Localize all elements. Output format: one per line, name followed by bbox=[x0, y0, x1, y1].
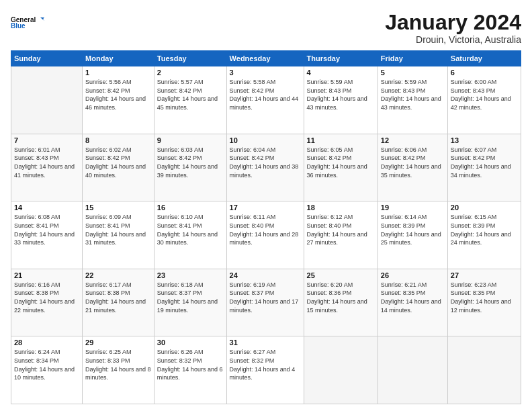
day-number: 17 bbox=[230, 203, 301, 212]
day-number: 6 bbox=[451, 68, 518, 77]
day-info: Sunrise: 6:16 AMSunset: 8:38 PMDaylight:… bbox=[14, 281, 79, 314]
day-number: 2 bbox=[157, 68, 224, 77]
day-number: 23 bbox=[157, 271, 224, 279]
day-cell: 27 Sunrise: 6:23 AMSunset: 8:35 PMDaylig… bbox=[447, 269, 521, 336]
day-info: Sunrise: 6:25 AMSunset: 8:33 PMDaylight:… bbox=[85, 348, 151, 381]
logo: General Blue bbox=[11, 11, 44, 35]
day-cell bbox=[447, 336, 521, 404]
svg-marker-2 bbox=[40, 17, 44, 21]
logo-svg: General Blue bbox=[11, 11, 44, 35]
day-info: Sunrise: 6:18 AMSunset: 8:37 PMDaylight:… bbox=[157, 281, 224, 314]
day-cell: 14 Sunrise: 6:08 AMSunset: 8:41 PMDaylig… bbox=[11, 201, 83, 269]
col-thursday: Thursday bbox=[304, 51, 378, 66]
day-number: 20 bbox=[451, 203, 518, 212]
day-info: Sunrise: 6:06 AMSunset: 8:42 PMDaylight:… bbox=[381, 146, 445, 179]
day-cell bbox=[11, 66, 83, 134]
day-info: Sunrise: 6:03 AMSunset: 8:42 PMDaylight:… bbox=[157, 146, 224, 179]
day-info: Sunrise: 6:08 AMSunset: 8:41 PMDaylight:… bbox=[14, 213, 79, 246]
day-cell: 15 Sunrise: 6:09 AMSunset: 8:41 PMDaylig… bbox=[83, 201, 154, 269]
week-row-1: 1 Sunrise: 5:56 AMSunset: 8:42 PMDayligh… bbox=[11, 66, 521, 134]
day-number: 31 bbox=[230, 338, 301, 347]
day-cell: 6 Sunrise: 6:00 AMSunset: 8:43 PMDayligh… bbox=[447, 66, 521, 134]
day-cell: 17 Sunrise: 6:11 AMSunset: 8:40 PMDaylig… bbox=[226, 201, 304, 269]
calendar-table: Sunday Monday Tuesday Wednesday Thursday… bbox=[11, 50, 521, 404]
day-cell: 22 Sunrise: 6:17 AMSunset: 8:38 PMDaylig… bbox=[83, 269, 154, 336]
day-cell: 24 Sunrise: 6:19 AMSunset: 8:37 PMDaylig… bbox=[226, 269, 304, 336]
day-cell: 7 Sunrise: 6:01 AMSunset: 8:43 PMDayligh… bbox=[11, 134, 83, 201]
day-number: 8 bbox=[85, 136, 151, 144]
day-cell: 12 Sunrise: 6:06 AMSunset: 8:42 PMDaylig… bbox=[378, 134, 447, 201]
day-number: 1 bbox=[85, 68, 151, 77]
day-info: Sunrise: 6:01 AMSunset: 8:43 PMDaylight:… bbox=[14, 146, 79, 179]
day-info: Sunrise: 6:07 AMSunset: 8:42 PMDaylight:… bbox=[451, 146, 518, 179]
day-cell: 2 Sunrise: 5:57 AMSunset: 8:42 PMDayligh… bbox=[154, 66, 226, 134]
day-info: Sunrise: 6:14 AMSunset: 8:39 PMDaylight:… bbox=[381, 213, 445, 246]
day-number: 28 bbox=[14, 338, 79, 347]
title-block: January 2024 Drouin, Victoria, Australia bbox=[385, 11, 521, 45]
week-row-3: 14 Sunrise: 6:08 AMSunset: 8:41 PMDaylig… bbox=[11, 201, 521, 269]
col-friday: Friday bbox=[378, 51, 447, 66]
day-number: 29 bbox=[85, 338, 151, 347]
day-number: 19 bbox=[381, 203, 445, 212]
day-info: Sunrise: 6:21 AMSunset: 8:35 PMDaylight:… bbox=[381, 281, 445, 314]
day-info: Sunrise: 5:59 AMSunset: 8:43 PMDaylight:… bbox=[307, 78, 375, 111]
day-number: 11 bbox=[307, 136, 375, 144]
day-info: Sunrise: 6:27 AMSunset: 8:32 PMDaylight:… bbox=[230, 348, 301, 381]
day-info: Sunrise: 6:17 AMSunset: 8:38 PMDaylight:… bbox=[85, 281, 151, 314]
subtitle: Drouin, Victoria, Australia bbox=[385, 34, 521, 45]
day-info: Sunrise: 5:58 AMSunset: 8:42 PMDaylight:… bbox=[230, 78, 301, 111]
day-info: Sunrise: 6:11 AMSunset: 8:40 PMDaylight:… bbox=[230, 213, 301, 246]
day-info: Sunrise: 6:23 AMSunset: 8:35 PMDaylight:… bbox=[451, 281, 518, 314]
day-number: 3 bbox=[230, 68, 301, 77]
page: General Blue January 2024 Drouin, Victor… bbox=[0, 0, 532, 411]
day-number: 15 bbox=[85, 203, 151, 212]
day-number: 27 bbox=[451, 271, 518, 279]
week-row-5: 28 Sunrise: 6:24 AMSunset: 8:34 PMDaylig… bbox=[11, 336, 521, 404]
day-cell: 20 Sunrise: 6:15 AMSunset: 8:39 PMDaylig… bbox=[447, 201, 521, 269]
day-info: Sunrise: 6:02 AMSunset: 8:42 PMDaylight:… bbox=[85, 146, 151, 179]
col-saturday: Saturday bbox=[447, 51, 521, 66]
day-number: 22 bbox=[85, 271, 151, 279]
day-number: 16 bbox=[157, 203, 224, 212]
day-info: Sunrise: 5:57 AMSunset: 8:42 PMDaylight:… bbox=[157, 78, 224, 111]
day-number: 30 bbox=[157, 338, 224, 347]
day-info: Sunrise: 6:09 AMSunset: 8:41 PMDaylight:… bbox=[85, 213, 151, 246]
day-number: 9 bbox=[157, 136, 224, 144]
day-number: 5 bbox=[381, 68, 445, 77]
day-info: Sunrise: 6:26 AMSunset: 8:32 PMDaylight:… bbox=[157, 348, 224, 381]
col-tuesday: Tuesday bbox=[154, 51, 226, 66]
col-wednesday: Wednesday bbox=[226, 51, 304, 66]
day-cell bbox=[378, 336, 447, 404]
day-number: 10 bbox=[230, 136, 301, 144]
day-number: 18 bbox=[307, 203, 375, 212]
day-cell: 4 Sunrise: 5:59 AMSunset: 8:43 PMDayligh… bbox=[304, 66, 378, 134]
day-number: 21 bbox=[14, 271, 79, 279]
day-cell: 8 Sunrise: 6:02 AMSunset: 8:42 PMDayligh… bbox=[83, 134, 154, 201]
day-number: 14 bbox=[14, 203, 79, 212]
day-cell: 13 Sunrise: 6:07 AMSunset: 8:42 PMDaylig… bbox=[447, 134, 521, 201]
week-row-4: 21 Sunrise: 6:16 AMSunset: 8:38 PMDaylig… bbox=[11, 269, 521, 336]
col-sunday: Sunday bbox=[11, 51, 83, 66]
day-number: 24 bbox=[230, 271, 301, 279]
day-info: Sunrise: 5:59 AMSunset: 8:43 PMDaylight:… bbox=[381, 78, 445, 111]
day-info: Sunrise: 6:19 AMSunset: 8:37 PMDaylight:… bbox=[230, 281, 301, 314]
day-info: Sunrise: 6:05 AMSunset: 8:42 PMDaylight:… bbox=[307, 146, 375, 179]
day-cell: 19 Sunrise: 6:14 AMSunset: 8:39 PMDaylig… bbox=[378, 201, 447, 269]
day-cell: 3 Sunrise: 5:58 AMSunset: 8:42 PMDayligh… bbox=[226, 66, 304, 134]
day-info: Sunrise: 6:15 AMSunset: 8:39 PMDaylight:… bbox=[451, 213, 518, 246]
day-cell: 21 Sunrise: 6:16 AMSunset: 8:38 PMDaylig… bbox=[11, 269, 83, 336]
day-cell: 23 Sunrise: 6:18 AMSunset: 8:37 PMDaylig… bbox=[154, 269, 226, 336]
col-monday: Monday bbox=[83, 51, 154, 66]
day-info: Sunrise: 6:04 AMSunset: 8:42 PMDaylight:… bbox=[230, 146, 301, 179]
day-info: Sunrise: 6:00 AMSunset: 8:43 PMDaylight:… bbox=[451, 78, 518, 111]
day-info: Sunrise: 6:12 AMSunset: 8:40 PMDaylight:… bbox=[307, 213, 375, 246]
day-cell: 1 Sunrise: 5:56 AMSunset: 8:42 PMDayligh… bbox=[83, 66, 154, 134]
day-number: 4 bbox=[307, 68, 375, 77]
day-info: Sunrise: 5:56 AMSunset: 8:42 PMDaylight:… bbox=[85, 78, 151, 111]
day-number: 26 bbox=[381, 271, 445, 279]
day-cell: 30 Sunrise: 6:26 AMSunset: 8:32 PMDaylig… bbox=[154, 336, 226, 404]
day-cell: 29 Sunrise: 6:25 AMSunset: 8:33 PMDaylig… bbox=[83, 336, 154, 404]
day-cell bbox=[304, 336, 378, 404]
day-cell: 11 Sunrise: 6:05 AMSunset: 8:42 PMDaylig… bbox=[304, 134, 378, 201]
main-title: January 2024 bbox=[385, 11, 521, 34]
